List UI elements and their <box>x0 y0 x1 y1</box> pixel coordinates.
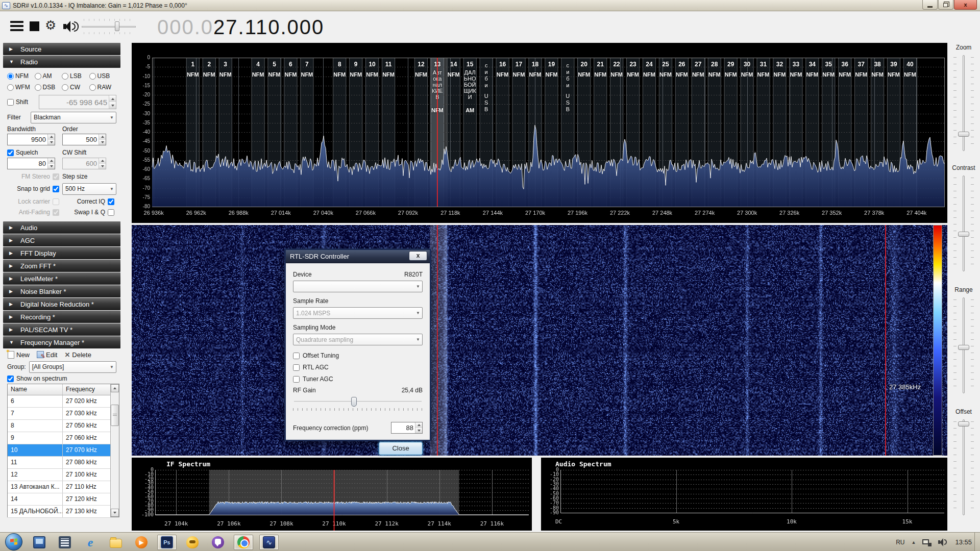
panel-levelmeter[interactable]: ▶LevelMeter * <box>3 272 120 285</box>
shift-checkbox[interactable] <box>7 99 14 106</box>
media-player-taskbar-button[interactable]: ▶ <box>132 535 151 550</box>
chevron-down-icon[interactable]: ▼ <box>414 311 422 315</box>
frequency-table[interactable]: Name Frequency 627 020 kHz727 030 kHz827… <box>7 384 119 517</box>
mode-cw[interactable]: CW <box>62 84 89 91</box>
mode-raw[interactable]: RAW <box>89 84 117 91</box>
squelch-checkbox-row[interactable]: Squelch <box>7 149 62 156</box>
rf-gain-thumb[interactable] <box>351 397 357 407</box>
bandwidth-spinner[interactable]: 9500 <box>7 134 55 145</box>
volume-track[interactable] <box>82 26 136 28</box>
offset-slider[interactable]: Offset <box>947 408 980 517</box>
table-row[interactable]: 1427 120 kHz <box>8 493 110 506</box>
order-value[interactable]: 500 <box>63 134 99 145</box>
table-row[interactable]: 627 020 kHz <box>8 395 110 408</box>
frequency-main-digits[interactable]: 27.110.000 <box>213 16 324 38</box>
table-row[interactable]: 1227 100 kHz <box>8 469 110 481</box>
offset-tuning-checkbox[interactable] <box>293 353 300 359</box>
sample-rate-combo[interactable]: 1.024 MSPS ▼ <box>293 307 423 319</box>
dialog-close-button[interactable]: Close <box>379 442 423 455</box>
slider-groove[interactable] <box>963 55 965 151</box>
mode-wfm-radio[interactable] <box>7 84 14 91</box>
rf-gain-slider[interactable] <box>293 396 423 408</box>
delete-button[interactable]: ✕Delete <box>62 349 93 360</box>
photoshop-taskbar-button[interactable]: Ps <box>157 535 177 550</box>
clock[interactable]: 13:55 <box>955 538 972 546</box>
table-row[interactable]: 927 060 kHz <box>8 432 110 444</box>
language-indicator[interactable]: RU <box>896 539 904 546</box>
mode-am-radio[interactable] <box>35 73 41 80</box>
mode-dsb[interactable]: DSB <box>35 84 62 91</box>
chevron-down-icon[interactable]: ▼ <box>108 115 116 120</box>
panel-frequency-manager[interactable]: ▼Frequency Manager * <box>3 336 120 348</box>
slider-thumb[interactable] <box>958 132 969 137</box>
cw-shift-spinner[interactable]: 600 <box>62 158 106 169</box>
table-row[interactable]: 15 ДАЛЬНОБОЙ...27 130 kHz <box>8 506 110 518</box>
shift-checkbox-row[interactable]: Shift <box>7 98 39 106</box>
chevron-down-icon[interactable]: ▼ <box>108 187 116 191</box>
order-spinner[interactable]: 500 <box>62 134 106 145</box>
volume-thumb[interactable] <box>115 21 119 31</box>
viber-taskbar-button[interactable] <box>208 535 228 550</box>
explorer-folder-taskbar-button[interactable] <box>106 535 126 550</box>
column-name[interactable]: Name <box>8 384 63 395</box>
slider-groove[interactable] <box>963 176 965 271</box>
menu-icon[interactable] <box>10 21 23 31</box>
restore-button[interactable] <box>938 0 953 10</box>
zoom-slider[interactable]: Zoom <box>947 44 980 153</box>
correct-iq-checkbox[interactable] <box>108 198 114 205</box>
squelch-checkbox[interactable] <box>7 149 14 156</box>
slider-thumb[interactable] <box>958 345 969 350</box>
panel-recording[interactable]: ▶Recording * <box>3 311 120 323</box>
filter-combo[interactable]: Blackman ▼ <box>31 112 116 123</box>
table-scrollbar[interactable] <box>110 384 119 517</box>
tuner-agc-checkbox[interactable] <box>293 376 300 383</box>
rtl-sdr-dialog[interactable]: RTL-SDR Controller x Device R820T ▼ Samp… <box>284 248 431 441</box>
minimize-button[interactable] <box>922 0 938 10</box>
mode-wfm[interactable]: WFM <box>7 84 35 91</box>
frequency-dim-digits[interactable]: 000.0 <box>157 16 213 38</box>
main-spectrum[interactable] <box>132 43 947 223</box>
rtl-agc-checkbox[interactable] <box>293 364 300 371</box>
tuner-agc-row[interactable]: Tuner AGC <box>293 375 423 383</box>
mode-nfm-radio[interactable] <box>7 73 14 80</box>
dialog-title-bar[interactable]: RTL-SDR Controller x <box>286 250 430 263</box>
frequency-table-header[interactable]: Name Frequency <box>8 384 110 395</box>
offset-tuning-row[interactable]: Offset Tuning <box>293 352 423 360</box>
squelch-value[interactable]: 80 <box>8 158 47 169</box>
table-row[interactable]: 727 030 kHz <box>8 408 110 420</box>
shift-value[interactable]: -65 998 645 <box>39 95 109 109</box>
panel-pal-secam[interactable]: ▶PAL/SECAM TV * <box>3 323 120 336</box>
squelch-spinner[interactable]: 80 <box>7 158 55 169</box>
frequency-correction-value[interactable]: 88 <box>391 422 415 433</box>
mode-cw-radio[interactable] <box>62 84 68 91</box>
panel-radio[interactable]: ▼Radio <box>3 56 120 68</box>
show-on-spectrum-checkbox[interactable] <box>7 375 14 382</box>
bandwidth-value[interactable]: 9500 <box>8 134 47 145</box>
scroll-down-icon[interactable] <box>111 509 119 517</box>
dialog-close-icon[interactable]: x <box>409 251 427 261</box>
mode-lsb[interactable]: LSB <box>62 72 89 80</box>
contrast-slider[interactable]: Contrast <box>947 164 980 273</box>
table-row[interactable]: 1027 070 kHz <box>8 444 110 457</box>
start-button[interactable] <box>5 533 22 550</box>
panel-source[interactable]: ▶Source <box>3 43 120 55</box>
range-slider[interactable]: Range <box>947 286 980 395</box>
chevron-down-icon[interactable]: ▼ <box>414 337 422 342</box>
swap-iq-checkbox[interactable] <box>108 209 114 216</box>
rtl-agc-row[interactable]: RTL AGC <box>293 363 423 371</box>
device-combo[interactable]: ▼ <box>293 281 423 292</box>
stop-icon[interactable] <box>30 21 39 31</box>
mode-dsb-radio[interactable] <box>35 84 41 91</box>
chevron-down-icon[interactable]: ▼ <box>108 365 116 369</box>
chevron-down-icon[interactable]: ▼ <box>414 284 422 289</box>
show-desktop-button[interactable] <box>974 533 980 551</box>
network-icon[interactable] <box>922 538 932 546</box>
mail-agent-taskbar-button[interactable] <box>183 535 202 550</box>
speaker-icon[interactable] <box>63 21 79 32</box>
chrome-taskbar-button[interactable] <box>234 535 253 550</box>
edit-button[interactable]: Edit <box>34 349 60 360</box>
scrollbar-thumb[interactable] <box>111 405 119 426</box>
group-combo[interactable]: [All Groups] ▼ <box>29 361 116 373</box>
snap-to-grid-checkbox[interactable] <box>53 186 59 192</box>
mode-nfm[interactable]: NFM <box>7 72 35 80</box>
